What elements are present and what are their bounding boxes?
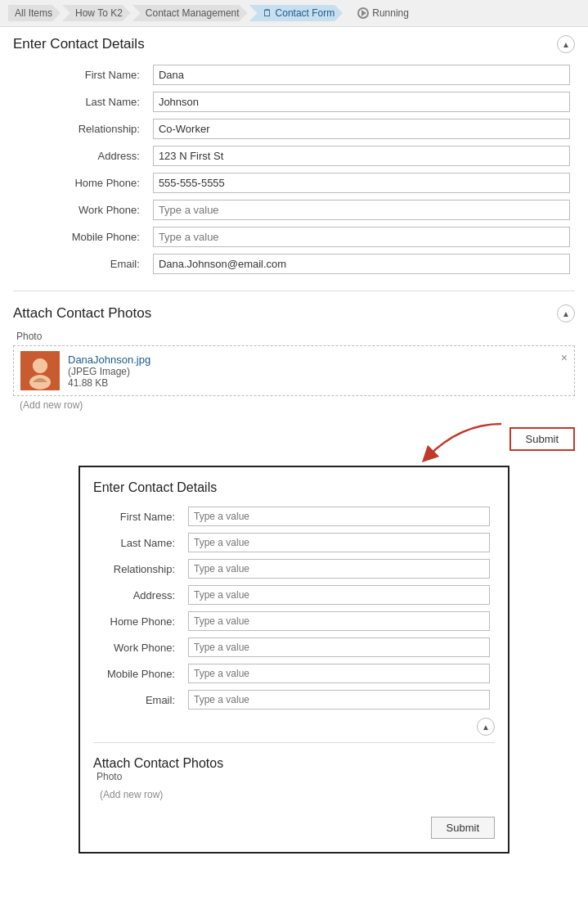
run-triangle — [361, 10, 366, 16]
overlay-photo-section: Attach Contact Photos Photo (Add new row… — [93, 756, 495, 804]
ov-home-phone-label: Home Phone: — [93, 608, 183, 634]
relationship-label: Relationship: — [13, 115, 148, 142]
annotation-area: Submit Enter Contact Details First Name: — [13, 427, 575, 854]
submit-button-annotated[interactable]: Submit — [509, 427, 575, 451]
email-label: Email: — [13, 250, 148, 277]
ov-work-phone-input[interactable] — [188, 637, 490, 657]
photo-filename: DanaJohnson.jpg — [68, 354, 568, 366]
photo-thumbnail — [20, 351, 60, 390]
attach-photos-section: Attach Contact Photos ▲ Photo DanaJohnso… — [13, 304, 575, 414]
form-icon: 🗒 — [263, 7, 272, 19]
breadcrumb-contact-mgmt[interactable]: Contact Management — [132, 5, 248, 21]
breadcrumb-contact-mgmt-label: Contact Management — [146, 7, 240, 19]
overlay-photo-label: Photo — [93, 771, 495, 782]
section-divider — [13, 291, 575, 291]
breadcrumb-running-label: Running — [372, 7, 409, 19]
table-row: Relationship: — [93, 556, 495, 582]
ov-last-name-label: Last Name: — [93, 529, 183, 556]
email-input[interactable] — [153, 254, 570, 274]
ov-mobile-phone-input[interactable] — [188, 664, 490, 683]
mobile-phone-label: Mobile Phone: — [13, 223, 148, 250]
overlay-section1-title: Enter Contact Details — [93, 480, 217, 495]
section1-collapse-btn[interactable]: ▲ — [557, 35, 575, 53]
table-row: Last Name: — [13, 88, 575, 115]
photo-type: (JPEG Image) — [68, 366, 568, 377]
last-name-input[interactable] — [153, 92, 570, 112]
table-row: First Name: — [13, 61, 575, 88]
mobile-phone-input[interactable] — [153, 227, 570, 247]
svg-point-3 — [33, 358, 47, 373]
overlay-box: Enter Contact Details First Name: Last N… — [79, 466, 509, 854]
breadcrumb-all-items-label: All Items — [15, 7, 52, 19]
running-icon — [357, 7, 369, 19]
work-phone-input[interactable] — [153, 200, 570, 220]
ov-mobile-phone-label: Mobile Phone: — [93, 660, 183, 687]
breadcrumb-contact-form[interactable]: 🗒 Contact Form — [249, 5, 343, 21]
overlay-section1-header: Enter Contact Details — [93, 480, 495, 495]
contact-form-table: First Name: Last Name: Relationship: Add… — [13, 61, 575, 277]
ov-work-phone-label: Work Phone: — [93, 634, 183, 660]
add-row-link[interactable]: (Add new row) — [13, 396, 89, 414]
breadcrumb: All Items How To K2 Contact Management 🗒… — [0, 0, 588, 27]
main-content: Enter Contact Details ▲ First Name: Last… — [0, 27, 588, 870]
relationship-input[interactable] — [153, 119, 570, 139]
overlay-contact-form-table: First Name: Last Name: Relationship: Add… — [93, 503, 495, 713]
overlay-divider — [93, 742, 495, 743]
home-phone-label: Home Phone: — [13, 169, 148, 196]
table-row: First Name: — [93, 503, 495, 529]
table-row: Email: — [93, 687, 495, 713]
table-row: Relationship: — [13, 115, 575, 142]
table-row: Home Phone: — [13, 169, 575, 196]
ov-home-phone-input[interactable] — [188, 611, 490, 631]
ov-last-name-input[interactable] — [188, 533, 490, 552]
breadcrumb-how-to-label: How To K2 — [75, 7, 123, 19]
home-phone-input[interactable] — [153, 173, 570, 193]
section2-title: Attach Contact Photos — [13, 305, 151, 322]
work-phone-label: Work Phone: — [13, 196, 148, 223]
contact-details-section: Enter Contact Details ▲ First Name: Last… — [13, 35, 575, 277]
table-row: Home Phone: — [93, 608, 495, 634]
breadcrumb-running: Running — [344, 5, 417, 21]
overlay-collapse-btn[interactable]: ▲ — [477, 718, 495, 736]
last-name-label: Last Name: — [13, 88, 148, 115]
table-row: Email: — [13, 250, 575, 277]
overlay-submit-button[interactable]: Submit — [431, 817, 495, 839]
overlay-add-row-link[interactable]: (Add new row) — [93, 786, 169, 804]
section2-collapse-btn[interactable]: ▲ — [557, 304, 575, 322]
ov-address-input[interactable] — [188, 585, 490, 605]
breadcrumb-how-to[interactable]: How To K2 — [62, 5, 131, 21]
table-row: Work Phone: — [13, 196, 575, 223]
ov-address-label: Address: — [93, 582, 183, 608]
table-row: Address: — [93, 582, 495, 608]
first-name-input[interactable] — [153, 65, 570, 85]
ov-first-name-input[interactable] — [188, 507, 490, 526]
section1-header: Enter Contact Details ▲ — [13, 35, 575, 53]
photo-size: 41.88 KB — [68, 377, 568, 389]
ov-email-label: Email: — [93, 687, 183, 713]
ov-email-input[interactable] — [188, 690, 490, 710]
table-row: Address: — [13, 142, 575, 169]
ov-first-name-label: First Name: — [93, 503, 183, 529]
first-name-label: First Name: — [13, 61, 148, 88]
photo-thumbnail-svg — [20, 351, 60, 390]
ov-relationship-input[interactable] — [188, 559, 490, 579]
photo-info: DanaJohnson.jpg (JPEG Image) 41.88 KB — [68, 354, 568, 389]
photo-column-label: Photo — [13, 331, 575, 342]
section2-header: Attach Contact Photos ▲ — [13, 304, 575, 322]
table-row: Mobile Phone: — [13, 223, 575, 250]
overlay-section2-title: Attach Contact Photos — [93, 756, 495, 771]
photo-close-btn[interactable]: × — [561, 351, 568, 364]
photo-attachment-row: DanaJohnson.jpg (JPEG Image) 41.88 KB × — [13, 345, 575, 396]
table-row: Work Phone: — [93, 634, 495, 660]
breadcrumb-contact-form-label: Contact Form — [276, 7, 335, 19]
table-row: Mobile Phone: — [93, 660, 495, 687]
ov-relationship-label: Relationship: — [93, 556, 183, 582]
breadcrumb-all-items[interactable]: All Items — [8, 5, 61, 21]
section1-title: Enter Contact Details — [13, 36, 145, 52]
overlay-footer: Submit — [93, 817, 495, 839]
table-row: Last Name: — [93, 529, 495, 556]
address-input[interactable] — [153, 146, 570, 166]
address-label: Address: — [13, 142, 148, 169]
